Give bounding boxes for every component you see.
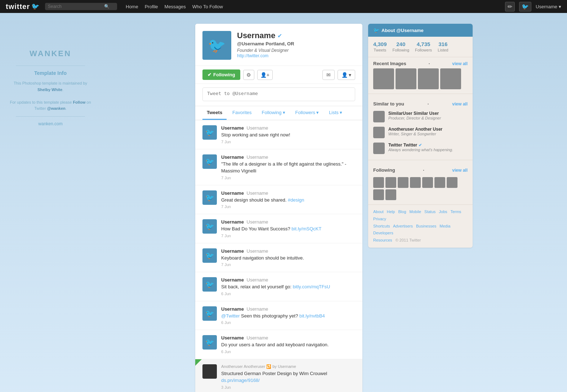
profile-handle-row: @Username Portland, OR xyxy=(237,41,355,46)
following-thumb-9[interactable] xyxy=(385,189,396,200)
image-thumb-4 xyxy=(440,68,461,89)
profile-url[interactable]: http://twitter.com xyxy=(237,53,268,58)
avatar-container: 🐦 xyxy=(202,31,231,60)
tweet-avatar: 🐦 xyxy=(202,125,217,140)
following-thumb-3[interactable] xyxy=(398,177,408,188)
nav-right: ✏ 🐦 Username ▾ xyxy=(505,2,561,12)
profile-handle: @Username xyxy=(237,41,264,46)
following-thumb-5[interactable] xyxy=(422,177,433,188)
tweet-mention-link[interactable]: @Twitter xyxy=(221,313,240,319)
footer-blog-link[interactable]: Blog xyxy=(398,209,406,214)
mail-button[interactable]: ✉ xyxy=(322,70,335,80)
following-thumb-6[interactable] xyxy=(434,177,445,188)
following-thumb-8[interactable] xyxy=(373,189,384,200)
footer-shortcuts-link[interactable]: Shortcuts xyxy=(373,224,390,228)
tab-followers[interactable]: Followers ▾ xyxy=(291,106,323,120)
nav-username[interactable]: Username ▾ xyxy=(536,4,561,9)
similar-item-3: Twitter Twitter ✔ Always wondering what'… xyxy=(368,140,473,156)
tweet-handle: Username xyxy=(247,219,268,225)
twitter-bird-icon: 🐦 xyxy=(373,27,379,33)
tweet-avatar: 🐦 xyxy=(202,277,217,292)
tweet-url-link[interactable]: bit.ly/mSQcKT xyxy=(291,226,321,231)
tweet-content: Username Username Do your users a favor … xyxy=(221,335,355,354)
check-icon: ✔ xyxy=(207,72,211,77)
tweet-url-link[interactable]: bitly.com/mqTFsU xyxy=(293,284,330,289)
tweet-date: 7 Jun xyxy=(221,262,355,267)
following-thumb-7[interactable] xyxy=(447,177,457,188)
sidebar-divider-top xyxy=(16,66,85,66)
tab-tweets[interactable]: Tweets xyxy=(202,106,227,120)
tweet-hashtag-link[interactable]: #design xyxy=(288,197,304,203)
tweet-name: Username xyxy=(221,277,244,283)
left-sidebar: WANKEN Template Info This Photoshop temp… xyxy=(0,42,101,134)
tab-lists[interactable]: Lists ▾ xyxy=(325,106,347,120)
image-thumb-3 xyxy=(418,68,439,89)
footer-resources-link[interactable]: Resources xyxy=(373,238,392,242)
footer-advertisers-link[interactable]: Advertisers xyxy=(393,224,413,228)
following-thumb-2[interactable] xyxy=(385,177,396,188)
person-dropdown-button[interactable]: 👤 ▾ xyxy=(338,70,355,80)
compose-icon[interactable]: ✏ xyxy=(505,2,515,12)
similar-info-2: Anotheruser Another User Writer, Singer … xyxy=(388,127,442,136)
stat-listed: 316 Listed xyxy=(438,41,448,53)
search-input[interactable] xyxy=(48,4,102,9)
sidebar-divider-bottom xyxy=(16,116,85,117)
nav-link-profile[interactable]: Profile xyxy=(145,4,158,9)
tweet-url-link[interactable]: ds.pn/image/9168/ xyxy=(221,378,260,383)
right-panel: 🐦 About @Username 4,309 Tweets 240 Follo… xyxy=(368,24,473,248)
retweet-icon: 🔁 xyxy=(266,364,271,369)
follow-link[interactable]: Follow xyxy=(73,100,85,104)
similar-name-1: SimilarUser Similar User xyxy=(388,111,441,116)
tweet-text: Stop working and save right now! xyxy=(221,131,355,139)
tweet-url-link[interactable]: bit.ly/nvtbB4 xyxy=(299,313,325,319)
similar-view-all[interactable]: view all xyxy=(452,102,468,107)
nav-link-home[interactable]: Home xyxy=(126,4,138,9)
person-add-button[interactable]: 👤+ xyxy=(257,70,273,80)
tweet-username-row: Username Username xyxy=(221,277,355,283)
nav-link-messages[interactable]: Messages xyxy=(165,4,186,9)
following-button[interactable]: ✔ Following xyxy=(202,69,240,80)
sidebar-brand: WANKEN xyxy=(7,49,94,58)
tweet-content: Username Username Keyboard navigation sh… xyxy=(221,248,355,267)
recent-images-view-all[interactable]: view all xyxy=(452,61,468,66)
tweet-item: 🐦 Username Username Sit back, relax and … xyxy=(195,272,362,301)
verified-icon: ✔ xyxy=(419,143,422,147)
following-thumb-1[interactable] xyxy=(373,177,384,188)
template-info-text: This Photoshop template is maintained by… xyxy=(7,80,94,112)
tweet-item: 🐦 Username Username Keyboard navigation … xyxy=(195,243,362,272)
avatar-bird-icon: 🐦 xyxy=(208,37,226,54)
tweet-content: Username Username Great design should be… xyxy=(221,190,355,209)
footer-mobile-link[interactable]: Mobile xyxy=(410,209,421,214)
tweet-date: 7 Jun xyxy=(221,204,355,209)
tweet-username-row: Username Username xyxy=(221,335,355,341)
template-info-title: Template Info xyxy=(7,70,94,76)
tab-favorites[interactable]: Favorites xyxy=(228,106,256,120)
footer-help-link[interactable]: Help xyxy=(387,209,395,214)
main-content: 🐦 Username ✔ @Username Portland, OR Foun… xyxy=(94,13,473,392)
gear-button[interactable]: ⚙ xyxy=(243,70,254,80)
tab-following[interactable]: Following ▾ xyxy=(258,106,290,120)
stat-following: 240 Following xyxy=(393,41,409,53)
shelby-white-link[interactable]: Shelby White xyxy=(37,87,62,92)
wanken-handle-link[interactable]: @wanken xyxy=(47,106,66,111)
footer-businesses-link[interactable]: Businesses xyxy=(416,224,436,228)
tweet-handle: Username xyxy=(247,190,268,196)
footer-terms-link[interactable]: Terms xyxy=(450,209,461,214)
footer-jobs-link[interactable]: Jobs xyxy=(439,209,447,214)
tweet-input[interactable] xyxy=(202,87,355,101)
footer-media-link[interactable]: Media xyxy=(439,224,450,228)
footer-status-link[interactable]: Status xyxy=(424,209,436,214)
recent-images-header: Recent Images · view all xyxy=(368,57,473,68)
tweet-avatar-bird-icon: 🐦 xyxy=(205,338,214,347)
search-bar[interactable]: 🔍 xyxy=(45,3,117,10)
following-thumb-4[interactable] xyxy=(410,177,421,188)
notification-icon[interactable]: 🐦 xyxy=(519,2,531,12)
footer-privacy-link[interactable]: Privacy xyxy=(373,217,386,221)
following-view-all[interactable]: view all xyxy=(452,168,468,173)
tweet-date: 7 Jun xyxy=(221,234,355,238)
footer-about-link[interactable]: About xyxy=(373,209,384,214)
nav-link-who-to-follow[interactable]: Who To Follow xyxy=(192,4,223,9)
footer-links: About Help Blog Mobile Status Jobs Terms… xyxy=(368,204,473,248)
footer-developers-link[interactable]: Developers xyxy=(373,231,393,235)
sidebar-url-link[interactable]: wanken.com xyxy=(38,121,62,126)
